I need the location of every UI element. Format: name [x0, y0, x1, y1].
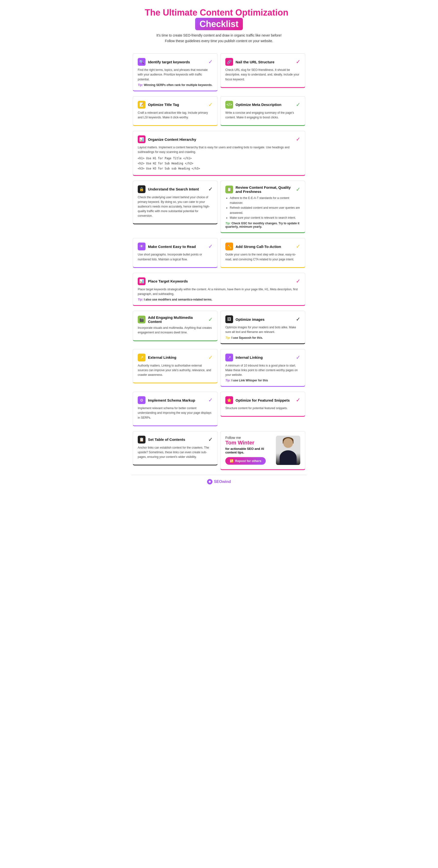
repost-label: Repost for others [235, 459, 261, 463]
code-line-1: <h1> Use H1 for Page Title </h1> [138, 156, 300, 161]
organize-hierarchy-body: Layout matters. Implement a content hier… [138, 145, 300, 154]
avatar [276, 436, 300, 465]
review-content-cell: 📋 Review Content Format, Quality and Fre… [219, 178, 307, 236]
card-header: ↗ Internal Linking ✓ [225, 353, 300, 362]
table-of-contents-card: 📋 Set Table of Contents ✓ Anchor links c… [133, 431, 218, 466]
checkmark-green: ✓ [296, 101, 300, 108]
repost-button[interactable]: 🔁 Repost for others [225, 457, 266, 465]
header-title: The Ultimate Content Optimization Checkl… [131, 7, 307, 30]
identify-keywords-card: 🔍 Identify target keywords ✓ Find the ri… [133, 53, 218, 91]
checkmark-yellow: ✓ [208, 101, 213, 108]
meta-icon: </> [225, 101, 233, 108]
optimize-meta-title: Optimize Meta Description [236, 102, 294, 107]
checkmark-purple: ✓ [296, 354, 300, 361]
card-header: 🔗 Nail the URL Structure ✓ [225, 58, 300, 66]
make-easy-read-card: 👁 Make Content Easy to Read ✓ Use short … [133, 238, 218, 268]
internal-linking-card: ↗ Internal Linking ✓ A minimum of 10 inb… [220, 349, 305, 387]
read-icon: 👁 [138, 243, 145, 250]
link-icon: 🔗 [225, 58, 233, 66]
toc-icon: 📋 [138, 436, 145, 443]
featured-snippets-body: Structure content for potential featured… [225, 406, 300, 411]
table-of-contents-cell: 📋 Set Table of Contents ✓ Anchor links c… [131, 429, 219, 472]
place-keywords-cell: 📊 Place Target Keywords ✓ Place target k… [131, 270, 307, 308]
table-of-contents-body: Anchor links can establish context for t… [138, 445, 213, 460]
checkmark-dark: ✓ [296, 316, 300, 322]
checkmark-dark: ✓ [208, 436, 213, 443]
add-multimedia-cell: 🎬 Add Engaging Multimedia Content ✓ Inco… [131, 308, 219, 346]
optimize-title-cell: 📝 Optimize Title Tag ✓ Craft a relevant … [131, 94, 219, 128]
organize-hierarchy-card: 📊 Organize Content Hierarchy ✓ Layout ma… [133, 131, 305, 176]
card-header: 👁 Make Content Easy to Read ✓ [138, 243, 213, 250]
external-linking-cell: ↗ External Linking ✓ Authority matters. … [131, 347, 219, 390]
card-header: 🎬 Add Engaging Multimedia Content ✓ [138, 315, 213, 324]
identify-keywords-title: Identify target keywords [148, 60, 206, 64]
bullet-2: Refresh outdated content and ensure user… [230, 205, 300, 215]
row-10: 📋 Set Table of Contents ✓ Anchor links c… [131, 429, 307, 472]
search-icon: 🔍 [138, 58, 145, 66]
checkmark-purple: ✓ [208, 243, 213, 250]
bullet-3: Make sure your content is relevant to se… [230, 215, 300, 220]
title-badge: Checklist [195, 18, 243, 30]
avatar-body [279, 450, 297, 465]
identify-keywords-body: Find the right terms, topics, and phrase… [138, 68, 213, 82]
card-header: 📋 Set Table of Contents ✓ [138, 436, 213, 443]
optimize-meta-body: Write a concise and engaging summary of … [225, 111, 300, 120]
bullet-1: Adhere to the E-E-A-T standards for a co… [230, 195, 300, 206]
images-icon: 🖼 [225, 315, 233, 323]
tip-text: I use Squoosh for this. [231, 336, 263, 340]
review-content-bullets: Adhere to the E-E-A-T standards for a co… [225, 195, 300, 220]
checkmark-yellow: ✓ [208, 354, 213, 361]
follow-me-cell: Follow me Tom Winter for actionable SEO … [219, 429, 307, 472]
row-9: ⚙ Implement Schema Markup ✓ Implement re… [131, 389, 307, 429]
tip-text: I also use modifiers and semantics-relat… [144, 298, 212, 301]
make-easy-read-body: Use short paragraphs. Incorporate bullet… [138, 252, 213, 261]
follow-name: Tom Winter [225, 440, 271, 446]
checkmark-purple: ✓ [208, 59, 213, 65]
schema-markup-card: ⚙ Implement Schema Markup ✓ Implement re… [133, 392, 218, 426]
internal-linking-title: Internal Linking [236, 355, 294, 360]
tip-text: I use Link Whisper for this [231, 379, 268, 382]
add-cta-card: ✏️ Add Strong Call-To-Action ✓ Guide you… [220, 238, 305, 268]
checkmark-pink: ✓ [296, 278, 300, 284]
checkmark-yellow: ✓ [296, 243, 300, 250]
checkmark-pink: ✓ [296, 136, 300, 143]
snippets-icon: ⭐ [225, 396, 233, 404]
external-link-icon: ↗ [138, 353, 145, 362]
optimize-title-title: Optimize Title Tag [148, 102, 206, 107]
checkmark-dark: ✓ [208, 186, 213, 192]
optimize-images-body: Optimize images for your readers and bot… [225, 325, 300, 334]
card-header: 🔒 Understand the Search Intent ✓ [138, 185, 213, 193]
featured-snippets-card: ⭐ Optimize for Featured Snippets ✓ Struc… [220, 392, 305, 417]
card-header: ⭐ Optimize for Featured Snippets ✓ [225, 396, 300, 404]
nail-url-title: Nail the URL Structure [236, 60, 294, 64]
place-keywords-icon: 📊 [138, 277, 145, 285]
footer-logo: ◉ SEOwind [131, 479, 307, 485]
avatar-head [283, 438, 293, 448]
external-linking-title: External Linking [148, 355, 206, 360]
card-header: 📊 Place Target Keywords ✓ [138, 277, 300, 285]
checkmark-green: ✓ [296, 186, 300, 193]
card-header: 🔍 Identify target keywords ✓ [138, 58, 213, 66]
internal-linking-cell: ↗ Internal Linking ✓ A minimum of 10 inb… [219, 347, 307, 390]
code-line-3: <h3> Use H3 for Sub sub Heading </h3> [138, 166, 300, 171]
schema-markup-cell: ⚙ Implement Schema Markup ✓ Implement re… [131, 389, 219, 429]
tip-label: Tip: [138, 83, 143, 87]
optimize-title-body: Craft a relevant and attractive title ta… [138, 111, 213, 120]
understand-intent-card: 🔒 Understand the Search Intent ✓ Check t… [133, 181, 218, 224]
understand-intent-cell: 🔒 Understand the Search Intent ✓ Check t… [131, 178, 219, 236]
tip-label: Tip: [225, 222, 231, 225]
understand-intent-body: Check the underlying user intent behind … [138, 195, 213, 218]
follow-subtitle: for actionable SEO and AI content tips. [225, 447, 271, 454]
row-1: 🔍 Identify target keywords ✓ Find the ri… [131, 51, 307, 94]
footer-logo-text: SEOwind [214, 479, 231, 484]
code-lines: <h1> Use H1 for Page Title </h1> <h2> Us… [138, 156, 300, 171]
title-tag-icon: 📝 [138, 101, 145, 108]
schema-markup-title: Implement Schema Markup [148, 398, 206, 402]
featured-snippets-title: Optimize for Featured Snippets [236, 398, 294, 402]
optimize-meta-card: </> Optimize Meta Description ✓ Write a … [220, 96, 305, 126]
schema-markup-body: Implement relevant schema for better con… [138, 406, 213, 420]
card-header: 📝 Optimize Title Tag ✓ [138, 101, 213, 108]
seowind-icon: ◉ [207, 479, 212, 485]
review-icon: 📋 [225, 186, 233, 193]
featured-snippets-cell: ⭐ Optimize for Featured Snippets ✓ Struc… [219, 389, 307, 429]
